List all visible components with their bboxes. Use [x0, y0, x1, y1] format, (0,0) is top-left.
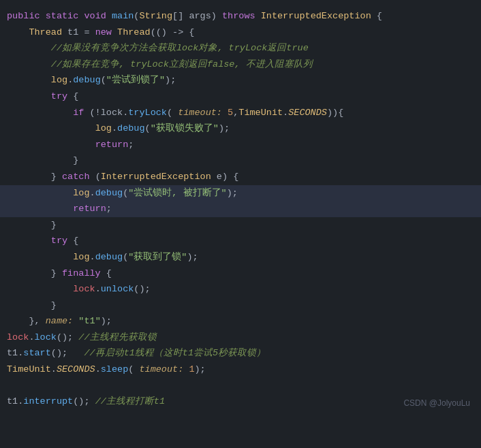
class-string: String — [139, 9, 172, 24]
log-class4: log — [73, 250, 89, 265]
class-interrupted: InterruptedException — [261, 9, 371, 24]
method-lock: lock — [35, 330, 57, 345]
method-interrupt: interrupt — [23, 394, 73, 409]
code-line-24 — [0, 378, 481, 394]
const-seconds2: SECONDS — [57, 362, 95, 377]
log-class2: log — [95, 121, 112, 136]
code-line-16: log.debug("获取到了锁"); — [0, 249, 481, 266]
method-trylock: tryLock — [128, 106, 167, 121]
code-block: public static void main(String[] args) t… — [0, 5, 481, 413]
watermark: CSDN @JolyouLu — [403, 397, 470, 410]
method-main: main — [112, 9, 134, 24]
code-line-6: try { — [0, 89, 481, 105]
keyword-try2: try — [51, 234, 67, 249]
param-timeout: timeout: — [178, 106, 222, 121]
num-1: 1 — [189, 362, 194, 377]
param-timeout2: timeout: — [139, 362, 183, 377]
keyword-try1: try — [51, 89, 67, 104]
const-seconds: SECONDS — [288, 106, 327, 121]
class-thread: Thread — [29, 25, 62, 40]
keyword-void: void — [84, 9, 106, 24]
num-5: 5 — [228, 106, 233, 121]
keyword-throws: throws — [222, 9, 255, 24]
class-interrupted2: InterruptedException — [101, 170, 211, 185]
code-line-19: } — [0, 298, 481, 314]
method-debug2: debug — [117, 121, 145, 136]
code-line-1: public static void main(String[] args) t… — [0, 8, 481, 25]
code-line-13: return; — [0, 201, 481, 217]
str-4: "获取到了锁" — [128, 250, 187, 265]
keyword-if: if — [73, 106, 84, 121]
keyword-static: static — [46, 9, 79, 24]
param-name: name: — [46, 314, 74, 329]
method-sleep: sleep — [101, 362, 129, 377]
code-line-4: //如果存在竞争, tryLock立刻返回false, 不进入阻塞队列 — [0, 57, 481, 73]
keyword-finally: finally — [62, 266, 101, 281]
keyword-new: new — [95, 25, 112, 40]
code-line-12: log.debug("尝试锁时, 被打断了"); — [0, 185, 481, 202]
method-unlock: unlock — [101, 282, 134, 297]
keyword-public: public — [7, 9, 40, 24]
var-lock: lock — [73, 282, 95, 297]
code-line-2: Thread t1 = new Thread(() -> { — [0, 25, 481, 41]
method-debug3: debug — [95, 186, 123, 201]
code-line-8: log.debug("获取锁失败了"); — [0, 121, 481, 137]
method-debug1: debug — [73, 73, 101, 88]
comment-2: //如果存在竞争, tryLock立刻返回false, 不进入阻塞队列 — [51, 57, 313, 72]
comment-1: //如果没有竞争次方法会获取lock对象, tryLock返回true — [51, 41, 309, 56]
class-timeunit: TimeUnit — [238, 106, 283, 121]
var-lock2: lock — [7, 330, 29, 345]
code-line-20: }, name: "t1"); — [0, 313, 481, 330]
code-line-3: //如果没有竞争次方法会获取lock对象, tryLock返回true — [0, 40, 481, 57]
code-line-14: } — [0, 217, 481, 234]
class-thread2: Thread — [117, 25, 151, 40]
code-line-9: return; — [0, 137, 481, 153]
code-line-18: lock.unlock(); — [0, 281, 481, 298]
code-line-10: } — [0, 153, 481, 169]
comment-3: //主线程先获取锁 — [78, 330, 156, 345]
code-line-17: } finally { — [0, 266, 481, 282]
comment-4: //再启动t1线程（这时t1尝试5秒获取锁） — [84, 346, 266, 361]
code-line-23: TimeUnit.SECONDS.sleep( timeout: 1); — [0, 362, 481, 378]
code-line-5: log.debug("尝试到锁了"); — [0, 72, 481, 89]
code-line-22: t1.start(); //再启动t1线程（这时t1尝试5秒获取锁） — [0, 345, 481, 362]
code-line-11: } catch (InterruptedException e) { — [0, 169, 481, 185]
keyword-return2: return — [73, 202, 106, 217]
log-class3: log — [73, 186, 89, 201]
str-t1: "t1" — [78, 314, 100, 329]
method-debug4: debug — [95, 250, 123, 265]
method-start: start — [23, 346, 51, 361]
str-2: "获取锁失败了" — [151, 121, 219, 136]
str-3: "尝试锁时, 被打断了" — [128, 186, 226, 201]
code-line-7: if (!lock.tryLock( timeout: 5,TimeUnit.S… — [0, 105, 481, 121]
str-1: "尝试到锁了" — [106, 73, 165, 88]
code-line-21: lock.lock(); //主线程先获取锁 — [0, 330, 481, 346]
keyword-catch: catch — [62, 170, 90, 185]
log-class: log — [51, 73, 67, 88]
keyword-return1: return — [95, 138, 129, 153]
class-timeunit2: TimeUnit — [7, 362, 51, 377]
comment-5: //主线程打断t1 — [95, 394, 165, 409]
code-line-15: try { — [0, 233, 481, 249]
